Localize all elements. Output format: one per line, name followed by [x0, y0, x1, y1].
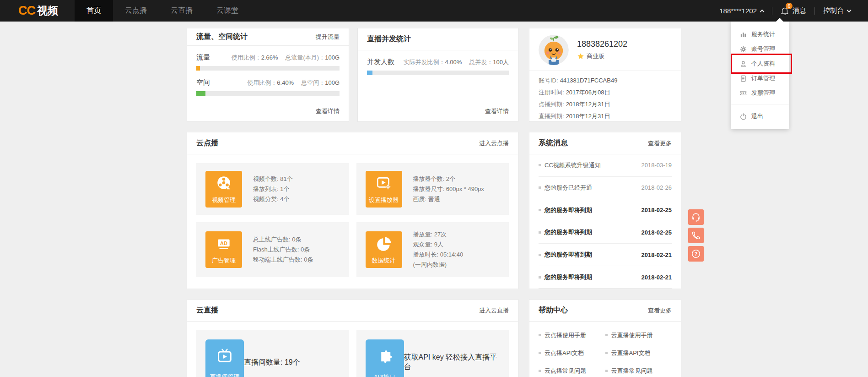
message-row[interactable]: 您的服务即将到期2018-02-25 [539, 221, 672, 244]
tile-label: 直播间管理 [210, 373, 240, 377]
bullet-square [539, 334, 541, 336]
nav-item-home[interactable]: 首页 [75, 0, 113, 22]
customer-service-button[interactable] [688, 209, 704, 225]
video-mgmt-tile[interactable]: 视频管理 [205, 171, 242, 208]
tile-label: 数据统计 [372, 257, 396, 265]
stat-line: 观众量: 9人 [413, 240, 464, 250]
avatar [539, 35, 569, 65]
data-stats-panel: 数据统计 播放量: 27次 观众量: 9人 播放时长: 05:14:40 (一周… [356, 222, 509, 277]
space-total-value: 100G [325, 79, 340, 86]
boost-traffic-link[interactable]: 提升流量 [316, 33, 340, 41]
ad-icon: AD [205, 231, 242, 257]
headset-icon [691, 212, 701, 222]
live-room-panel: 直播间管理 直播间数量: 19个 [196, 330, 349, 377]
user-phone-masked: 188****1202 [719, 7, 757, 15]
traffic-ratio-value: 2.66% [261, 54, 278, 61]
card-title-live: 云直播 [196, 306, 218, 315]
vod-card: 云点播 进入云点播 视频管 [187, 132, 518, 289]
menu-item-account-mgmt[interactable]: 账号管理 [731, 42, 789, 56]
menu-item-orders[interactable]: 订单管理 [731, 71, 789, 86]
stat-line: 播放时长: 05:14:40 [413, 250, 464, 260]
space-label: 空间 [196, 78, 210, 87]
help-link-live-manual[interactable]: 云直播使用手册 [605, 326, 672, 344]
space-progress-bar [196, 91, 340, 96]
floating-contact-buttons: ? [688, 209, 704, 264]
chevron-up-icon [760, 10, 765, 14]
nav-item-vod[interactable]: 云点播 [113, 0, 159, 22]
space-total-label: 总空间： [301, 79, 325, 86]
api-tile[interactable]: API接口 [366, 339, 404, 377]
help-link-live-faq[interactable]: 云直播常见问题 [605, 362, 672, 377]
message-row[interactable]: 您的服务已经开通2018-02-26 [539, 177, 672, 199]
concurrency-progress-fill [367, 71, 372, 75]
concurrency-view-details-link[interactable]: 查看详情 [358, 107, 518, 121]
messages-button[interactable]: 6 消息 [781, 6, 806, 15]
user-account-menu[interactable]: 188****1202 [719, 7, 764, 15]
traffic-space-card: 流量、空间统计 提升流量 流量 使用比例：2.66%总流量(本月)：100G 空… [187, 28, 349, 122]
help-link-vod-faq[interactable]: 云点播常见问题 [539, 362, 605, 377]
console-label: 控制台 [823, 6, 844, 15]
card-title-help: 帮助中心 [539, 306, 568, 315]
menu-divider [731, 104, 789, 104]
help-link-vod-api[interactable]: 云点播API文档 [539, 344, 605, 362]
nav-item-class[interactable]: 云课堂 [205, 0, 250, 22]
message-row[interactable]: 您的服务即将到期2018-02-25 [539, 199, 672, 222]
help-view-more-link[interactable]: 查看更多 [648, 306, 672, 315]
traffic-label: 流量 [196, 53, 210, 62]
nav-divider [814, 7, 815, 15]
account-phone: 18838261202 [577, 39, 627, 49]
bullet-square [539, 254, 541, 256]
concurrency-progress-bar [367, 71, 509, 75]
person-icon [739, 60, 747, 67]
account-info-card: 18838261202 商业版 账号ID:441381D71FCCAB49 注册… [529, 28, 681, 122]
menu-item-profile[interactable]: 个人资料 [731, 56, 789, 71]
concurrency-ratio-value: 4.00% [445, 59, 462, 66]
card-title-traffic: 流量、空间统计 [196, 32, 248, 42]
system-messages-card: 系统消息 查看更多 CC视频系统升级通知2018-03-19 您的服务已经开通2… [529, 132, 681, 289]
help-link-vod-manual[interactable]: 云点播使用手册 [539, 326, 605, 344]
phone-contact-button[interactable] [688, 228, 704, 243]
top-navbar: CC 视频 首页 云点播 云直播 云课堂 188****1202 6 消息 [0, 0, 868, 22]
message-row[interactable]: 您的服务即将到期2018-02-21 [539, 266, 672, 289]
player-settings-icon [366, 171, 402, 196]
cc-video-logo[interactable]: CC 视频 [0, 0, 75, 22]
stat-line: 播放器尺寸: 600px * 490px [413, 184, 484, 194]
space-progress-fill [196, 91, 205, 96]
bullet-square [605, 370, 608, 372]
console-menu[interactable]: 控制台 [823, 6, 851, 15]
player-settings-tile[interactable]: 设置播放器 [366, 171, 402, 208]
menu-item-logout[interactable]: 退出 [731, 108, 789, 125]
nav-item-live[interactable]: 云直播 [159, 0, 205, 22]
stat-line: (一周内数据) [413, 260, 464, 270]
stat-line: 移动端上线广告数: 0条 [253, 255, 313, 265]
star-icon [577, 53, 584, 60]
traffic-progress-fill [196, 66, 200, 71]
tile-label: 设置播放器 [369, 196, 399, 204]
stat-line: 播放列表: 1个 [253, 184, 293, 194]
stat-line: 播放量: 27次 [413, 229, 464, 240]
help-link-live-api[interactable]: 云直播API文档 [605, 344, 672, 362]
menu-item-service-stats[interactable]: 服务统计 [731, 27, 789, 42]
data-stats-tile[interactable]: 数据统计 [366, 231, 402, 268]
help-question-button[interactable]: ? [688, 246, 704, 262]
message-row[interactable]: CC视频系统升级通知2018-03-19 [539, 154, 672, 177]
menu-item-invoices[interactable]: ¥ 发票管理 [731, 86, 789, 100]
svg-text:AD: AD [220, 240, 227, 246]
stat-line: 视频分类: 4个 [253, 194, 293, 204]
bar-chart-icon [739, 31, 747, 38]
live-room-tile[interactable]: 直播间管理 [205, 339, 244, 377]
enter-live-link[interactable]: 进入云直播 [479, 306, 509, 315]
message-count-badge: 6 [786, 3, 793, 9]
traffic-total-label: 总流量(本月)： [286, 54, 325, 61]
traffic-view-details-link[interactable]: 查看详情 [187, 107, 349, 121]
bullet-square [539, 209, 541, 211]
player-settings-panel: 设置播放器 播放器个数: 2个 播放器尺寸: 600px * 490px 画质:… [356, 163, 509, 215]
account-id-row: 账号ID:441381D71FCCAB49 [539, 75, 672, 87]
enter-vod-link[interactable]: 进入云点播 [479, 139, 509, 148]
ad-mgmt-tile[interactable]: AD 广告管理 [205, 231, 242, 268]
plan-label: 商业版 [587, 52, 604, 60]
question-icon: ? [691, 249, 701, 259]
message-row[interactable]: 您的服务即将到期2018-02-21 [539, 244, 672, 266]
messages-view-more-link[interactable]: 查看更多 [648, 139, 672, 148]
svg-text:¥: ¥ [742, 91, 744, 94]
